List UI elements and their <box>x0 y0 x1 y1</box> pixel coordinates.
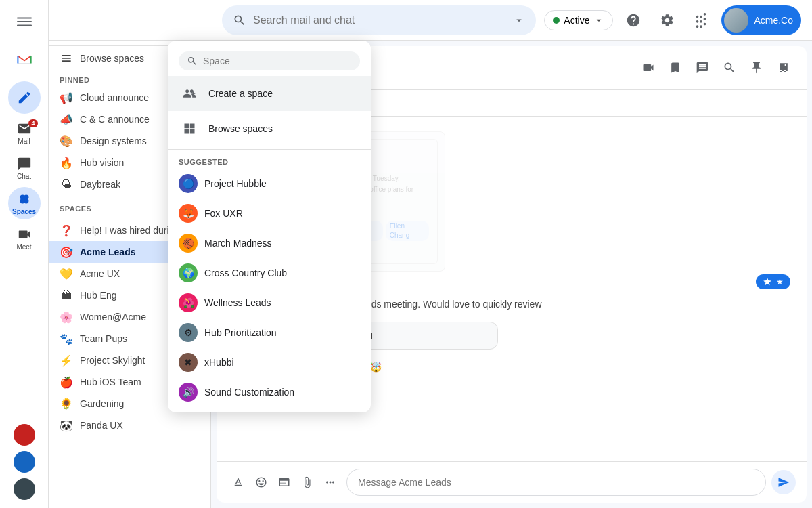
sidebar-item-label: Team Pups <box>80 333 127 344</box>
suggested-item-wellness-leads[interactable]: 🌺 Wellness Leads <box>168 288 371 318</box>
svg-rect-2 <box>17 25 32 26</box>
sidebar-item-label: Hub iOS Team <box>80 377 141 387</box>
pin-btn[interactable] <box>744 56 769 80</box>
input-format-actions <box>227 471 341 493</box>
space-icon: 🦊 <box>179 204 198 223</box>
meet-nav[interactable]: Meet <box>8 222 41 255</box>
sidebar-item-label: Hub vision <box>80 157 124 168</box>
apps-btn[interactable] <box>687 7 715 34</box>
suggested-item-march-madness[interactable]: 🏀 March Madness <box>168 228 371 258</box>
emoji-btn[interactable] <box>250 471 272 493</box>
space-icon: 🔵 <box>179 174 198 193</box>
item-emoji: 🔥 <box>60 156 73 169</box>
account-area[interactable]: Acme.Co <box>721 5 801 35</box>
search-bar[interactable] <box>222 5 536 35</box>
suggested-item-sound-customization[interactable]: 🔊 Sound Customization <box>168 377 371 407</box>
topbar-right: Active Acme.Co <box>544 5 801 35</box>
suggested-item-label: March Madness <box>204 238 272 249</box>
suggested-item-cross-country[interactable]: 🌍 Cross Country Club <box>168 258 371 288</box>
sidebar-item-label: Design systems <box>80 135 147 146</box>
sidebar-item-panda-ux[interactable]: 🐼 Panda UX <box>49 415 200 436</box>
sidebar-item-label: Hub Eng <box>80 290 116 301</box>
expand-btn[interactable] <box>771 56 796 80</box>
mention-btn[interactable] <box>273 471 295 493</box>
svg-point-5 <box>24 194 28 199</box>
meet-label: Meet <box>16 243 31 251</box>
suggested-item-label: Cross Country Club <box>204 268 287 278</box>
item-emoji: ⚡ <box>60 354 73 367</box>
item-emoji: 🌻 <box>60 397 73 410</box>
status-chevron-icon <box>593 15 604 26</box>
attach-btn[interactable] <box>296 471 318 493</box>
create-space-btn[interactable]: Create a space <box>168 76 371 111</box>
user-avatar-1[interactable] <box>14 424 35 446</box>
mail-nav[interactable]: 4 Mail <box>8 117 41 149</box>
suggested-item-label: Project Hubble <box>204 178 267 189</box>
bookmark-btn[interactable] <box>663 56 687 80</box>
format-text-btn[interactable] <box>227 471 249 493</box>
space-icon: 🔊 <box>179 383 198 402</box>
chat-label: Chat <box>17 173 31 180</box>
sidebar-item-label: Gardening <box>80 398 124 409</box>
spaces-dropdown: Create a space Browse spaces SUGGESTED 🔵… <box>168 41 371 412</box>
suggested-section-label: SUGGESTED <box>168 152 371 169</box>
suggested-item-xhubbi[interactable]: ✖ xHubbi <box>168 347 371 377</box>
svg-rect-1 <box>17 21 32 22</box>
send-message-btn[interactable] <box>771 470 796 494</box>
icon-rail: 4 Mail Chat Spaces Meet <box>0 0 49 508</box>
user-avatar-2[interactable] <box>14 451 35 473</box>
suggested-item-fox-uxr[interactable]: 🦊 Fox UXR <box>168 198 371 228</box>
more-options-btn[interactable] <box>319 471 341 493</box>
chat-nav[interactable]: Chat <box>8 152 41 184</box>
search-chevron-icon[interactable] <box>513 14 525 26</box>
star-action-btn[interactable]: ★ <box>756 274 790 289</box>
item-emoji: 📣 <box>60 112 73 126</box>
browse-grid-icon <box>179 118 200 140</box>
browse-spaces-dropdown-label: Browse spaces <box>208 123 273 134</box>
suggested-item-project-hubble[interactable]: 🔵 Project Hubble <box>168 169 371 198</box>
space-search-input[interactable] <box>203 56 352 66</box>
hamburger-menu[interactable] <box>8 5 41 38</box>
suggested-item-label: Fox UXR <box>204 208 243 219</box>
sidebar-item-label: Acme Leads <box>80 247 135 257</box>
space-icon: 🌺 <box>179 293 198 312</box>
settings-btn[interactable] <box>654 7 681 34</box>
dropdown-search-area <box>168 46 371 76</box>
suggested-item-hub-prioritization[interactable]: ⚙ Hub Prioritization <box>168 318 371 347</box>
sidebar-item-label: Project Skylight <box>80 355 145 366</box>
dropdown-divider <box>168 149 371 150</box>
sidebar-item-label: C & C announce <box>80 114 150 125</box>
account-avatar <box>724 8 748 33</box>
space-icon: 🌍 <box>179 263 198 282</box>
svg-rect-0 <box>17 18 32 19</box>
item-emoji: 🐼 <box>60 419 73 432</box>
space-icon: ✖ <box>179 353 198 372</box>
suggested-item-label: xHubbi <box>204 357 234 368</box>
rail-bottom <box>14 424 35 508</box>
account-name: Acme.Co <box>754 15 793 26</box>
suggested-item-label: Sound Customization <box>204 387 294 398</box>
help-btn[interactable] <box>620 7 647 34</box>
topbar: Active Acme.Co <box>49 0 812 41</box>
spaces-nav[interactable]: Spaces <box>8 187 41 219</box>
browse-spaces-dropdown-btn[interactable]: Browse spaces <box>168 111 371 146</box>
item-emoji: 🎯 <box>60 245 73 259</box>
create-space-icon <box>179 83 200 104</box>
space-search-inner <box>179 51 360 70</box>
sidebar-item-label: Women@Acme <box>80 312 146 322</box>
status-badge[interactable]: Active <box>544 10 613 30</box>
search-input[interactable] <box>253 14 506 26</box>
sidebar-item-label: Cloud announce <box>80 92 149 103</box>
chat-list-btn[interactable] <box>690 56 715 80</box>
sidebar-item-label: Daybreak <box>80 179 120 190</box>
video-call-btn[interactable] <box>636 56 660 80</box>
item-emoji: ❓ <box>60 224 73 237</box>
create-space-label: Create a space <box>208 88 273 99</box>
user-avatar-3[interactable] <box>14 478 35 500</box>
compose-button[interactable] <box>8 81 41 114</box>
chat-message-input[interactable] <box>346 469 766 496</box>
chat-header-actions <box>636 56 796 80</box>
space-icon: 🏀 <box>179 234 198 253</box>
search-chat-btn[interactable] <box>717 56 742 80</box>
item-emoji: 🎨 <box>60 134 73 148</box>
